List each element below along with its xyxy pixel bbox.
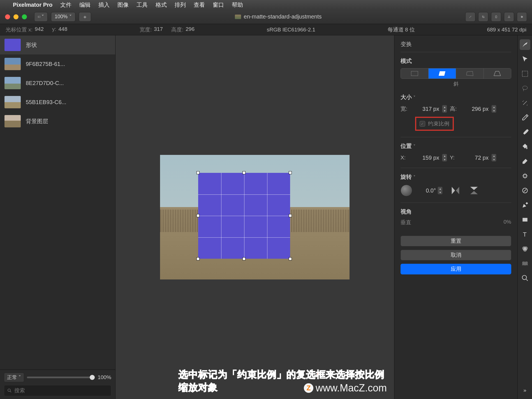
layer-item[interactable]: 背景图层 xyxy=(0,112,115,131)
svg-line-10 xyxy=(10,391,11,392)
svg-rect-2 xyxy=(496,16,497,18)
cancel-button[interactable]: 取消 xyxy=(401,250,511,260)
resize-handle-nw[interactable] xyxy=(196,171,200,174)
selected-shape[interactable] xyxy=(198,173,290,259)
info-bar: 光标位置 x:942 y:448 宽度:317 高度:296 sRGB IEC6… xyxy=(0,24,532,35)
menu-insert[interactable]: 插入 xyxy=(98,1,110,9)
mode-skew[interactable] xyxy=(429,68,456,79)
page-button[interactable] xyxy=(491,12,501,22)
angle-input[interactable]: 0.0° xyxy=(420,187,436,194)
magic-wand-tool[interactable] xyxy=(520,98,530,108)
arrow-tool[interactable] xyxy=(520,54,530,65)
inspector-title: 变换 xyxy=(401,40,511,52)
flip-vertical-button[interactable] xyxy=(468,185,480,196)
zoom-tool[interactable] xyxy=(520,273,530,283)
lasso-tool[interactable] xyxy=(520,83,530,94)
color-profile: sRGB IEC61966-2.1 xyxy=(267,27,315,33)
marquee-tool[interactable] xyxy=(520,68,530,79)
layer-item[interactable]: 8E27D7D0-C... xyxy=(0,74,115,93)
position-section-title[interactable]: 位置˅ xyxy=(401,142,511,150)
brush-tool[interactable] xyxy=(520,127,530,137)
window-minimize-button[interactable] xyxy=(13,14,18,19)
menu-edit[interactable]: 编辑 xyxy=(79,1,91,9)
opacity-slider[interactable] xyxy=(27,377,95,378)
resize-handle-w[interactable] xyxy=(196,214,200,217)
resize-handle-e[interactable] xyxy=(289,214,292,217)
window-maximize-button[interactable] xyxy=(22,14,27,19)
resize-handle-n[interactable] xyxy=(242,171,246,174)
mode-free[interactable] xyxy=(401,68,429,79)
canvas-area[interactable]: 选中标记为「约束比例」的复选框来选择按比例缩放对象 Zwww.MacZ.com xyxy=(115,35,394,399)
sel-width-value: 317 xyxy=(154,26,163,33)
canvas[interactable] xyxy=(160,155,350,279)
constrain-proportions-checkbox[interactable]: ✓ xyxy=(420,121,425,127)
layer-thumb xyxy=(4,115,21,127)
menu-tools[interactable]: 工具 xyxy=(137,1,148,9)
width-stepper[interactable]: ▴▾ xyxy=(442,105,447,113)
pen-tool[interactable] xyxy=(520,200,530,210)
mode-perspective[interactable] xyxy=(484,68,511,79)
sidebar-toggle-button[interactable]: ˅ xyxy=(34,12,48,22)
menu-view[interactable]: 查看 xyxy=(194,1,205,9)
eraser-tool[interactable] xyxy=(520,156,530,167)
layer-item[interactable]: 9F6B275B-61... xyxy=(0,54,115,74)
repair-tool[interactable] xyxy=(520,171,530,181)
zoom-select[interactable]: 100%˅ xyxy=(51,12,75,22)
reset-button[interactable]: 重置 xyxy=(401,236,511,246)
menu-image[interactable]: 图像 xyxy=(117,1,129,9)
rectangle-tool[interactable] xyxy=(520,214,530,225)
layer-item[interactable]: 55B1EB93-C6... xyxy=(0,93,115,112)
menu-file[interactable]: 文件 xyxy=(60,1,71,9)
y-stepper[interactable]: ▴▾ xyxy=(491,154,496,162)
width-input[interactable]: 317 px xyxy=(415,106,439,112)
layer-thumb xyxy=(4,77,21,89)
svg-point-9 xyxy=(8,389,10,391)
add-button[interactable]: ＋ xyxy=(79,12,91,22)
app-name[interactable]: Pixelmator Pro xyxy=(13,2,52,8)
chevron-down-icon: ˅ xyxy=(413,95,415,100)
color-adjust-tool[interactable] xyxy=(520,244,530,254)
height-stepper[interactable]: ▴▾ xyxy=(491,105,496,113)
angle-stepper[interactable]: ▴▾ xyxy=(438,187,443,194)
x-input[interactable]: 159 px xyxy=(415,155,439,161)
effects-tool[interactable] xyxy=(520,258,530,269)
chevron-down-icon: ˅ xyxy=(413,175,415,179)
search-placeholder: 搜索 xyxy=(14,387,25,394)
resize-handle-ne[interactable] xyxy=(289,171,292,174)
sel-height-label: 高度: xyxy=(171,26,183,33)
menu-arrange[interactable]: 排列 xyxy=(175,1,186,9)
crop-button[interactable] xyxy=(478,12,488,22)
shape-tool[interactable] xyxy=(520,185,530,196)
resize-handle-s[interactable] xyxy=(242,257,246,260)
auto-enhance-button[interactable] xyxy=(465,12,475,22)
size-section-title[interactable]: 大小˅ xyxy=(401,93,511,101)
layer-item[interactable]: 形状 xyxy=(0,35,115,54)
flip-horizontal-button[interactable] xyxy=(450,185,461,196)
fill-tool[interactable] xyxy=(520,141,530,152)
window-close-button[interactable] xyxy=(5,14,10,19)
blend-mode-select[interactable]: 正常 ˅ xyxy=(4,373,24,382)
x-stepper[interactable]: ▴▾ xyxy=(442,154,447,162)
y-input[interactable]: 72 px xyxy=(464,155,489,161)
mode-distort[interactable] xyxy=(456,68,484,79)
menu-help[interactable]: 帮助 xyxy=(232,1,243,9)
cursor-x-value: 942 xyxy=(35,26,44,33)
transform-mode-segment[interactable] xyxy=(401,68,511,79)
style-tool[interactable] xyxy=(520,39,530,50)
resize-handle-sw[interactable] xyxy=(196,257,200,260)
layer-search[interactable]: 搜索 xyxy=(4,385,111,396)
rotation-dial[interactable] xyxy=(401,185,412,196)
resize-handle-se[interactable] xyxy=(289,257,292,260)
document-icon xyxy=(235,15,241,19)
rotate-section-title[interactable]: 旋转˅ xyxy=(401,173,511,181)
settings-button[interactable] xyxy=(517,12,527,22)
text-tool[interactable]: T xyxy=(520,229,530,240)
menu-window[interactable]: 窗口 xyxy=(213,1,224,9)
height-input[interactable]: 296 px xyxy=(464,106,489,112)
share-button[interactable] xyxy=(504,12,514,22)
expand-tools-button[interactable]: » xyxy=(520,385,530,396)
eyedropper-tool[interactable] xyxy=(520,112,530,123)
menu-format[interactable]: 格式 xyxy=(156,1,167,9)
apply-button[interactable]: 应用 xyxy=(401,264,511,274)
svg-point-28 xyxy=(522,275,526,279)
